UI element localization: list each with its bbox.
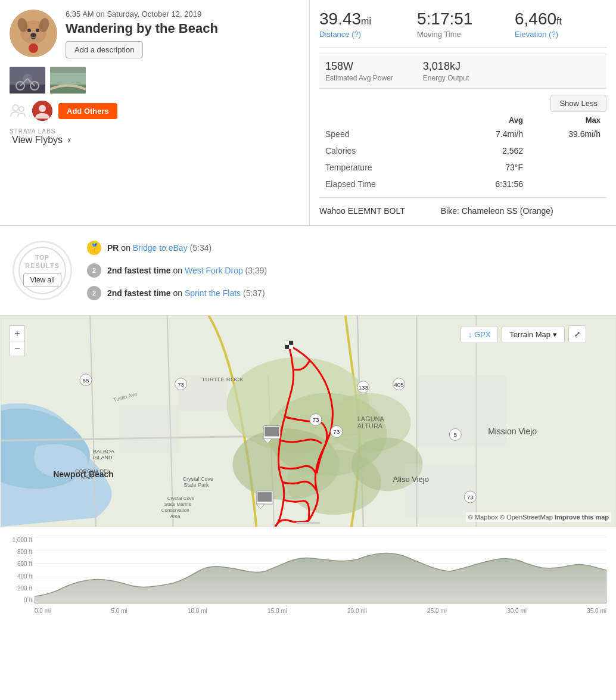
map-background: Newport Beach BALBOA ISLAND CORONA DEL M…: [0, 316, 616, 527]
segment-link-0[interactable]: Bridge to eBay: [133, 243, 188, 253]
strava-labs: STRAVA LABS View Flybys ›: [10, 128, 300, 145]
elevation-x-label: 35.0 mi: [587, 608, 606, 614]
stat-moving-time: 5:17:51 Moving Time: [411, 10, 509, 39]
photo-thumb-1[interactable]: [10, 67, 45, 94]
secondary-stats: 158W Estimated Avg Power 3,018kJ Energy …: [319, 54, 606, 89]
distance-label: Distance (?): [319, 30, 405, 39]
zoom-out-button[interactable]: −: [10, 341, 25, 356]
primary-stats: 39.43mi Distance (?) 5:17:51 Moving Time…: [319, 10, 606, 48]
medal-icon-0: 🥇: [87, 241, 101, 255]
svg-point-22: [39, 105, 46, 112]
map-zoom-controls[interactable]: + −: [10, 325, 25, 356]
elevation-section: 1,000 ft800 ft600 ft400 ft200 ft0 ft 0.0…: [0, 527, 616, 624]
top-results-section: TOP RESULTS View all 🥇 PR on Bridge to e…: [0, 226, 616, 316]
device-row: Wahoo ELEMNT BOLT Bike: Chameleon SS (Or…: [319, 197, 606, 216]
avg-header: Avg: [452, 116, 529, 125]
elevation-x-label: 20.0 mi: [347, 608, 367, 614]
map-resize-handle[interactable]: [296, 522, 320, 524]
elevation-y-axis: 1,000 ft800 ft600 ft400 ft200 ft0 ft: [10, 537, 35, 614]
result-time-2: (5:37): [243, 288, 265, 298]
svg-rect-18: [50, 73, 86, 85]
svg-text:73: 73: [312, 416, 319, 423]
terrain-map-button[interactable]: Terrain Map ▾: [502, 326, 565, 343]
activity-title: Wandering by the Beach: [66, 21, 300, 36]
svg-text:Aliso Viejo: Aliso Viejo: [393, 475, 429, 484]
add-description-button[interactable]: Add a description: [66, 41, 143, 58]
svg-text:Crystal Cove: Crystal Cove: [183, 476, 213, 482]
elevation-x-label: 15.0 mi: [267, 608, 287, 614]
photo-thumb-2[interactable]: [50, 67, 86, 94]
svg-rect-11: [10, 85, 45, 94]
user-avatar: [10, 10, 57, 57]
svg-text:ALTURA: ALTURA: [357, 422, 383, 430]
stats-row: Temperature 73°F: [319, 159, 606, 176]
show-less-button[interactable]: Show Less: [550, 95, 606, 112]
elevation-y-label: 400 ft: [10, 573, 32, 580]
elevation-x-label: 0.0 mi: [35, 608, 51, 614]
svg-text:LAGUNA: LAGUNA: [357, 415, 385, 422]
svg-text:5: 5: [454, 431, 458, 438]
svg-point-6: [36, 29, 39, 32]
map-attribution: © Mapbox © OpenStreetMap Improve this ma…: [466, 512, 611, 522]
max-header: Max: [529, 116, 606, 125]
stat-label: Temperature: [319, 159, 452, 176]
stat-power: 158W Estimated Avg Power: [319, 60, 399, 82]
stat-avg: 73°F: [452, 159, 529, 176]
segment-link-1[interactable]: West Fork Drop: [185, 266, 243, 275]
result-time-1: (3:39): [245, 266, 267, 275]
stat-elevation: 6,460ft Elevation (?): [509, 10, 606, 39]
device-name: Wahoo ELEMNT BOLT: [319, 205, 405, 216]
stat-label: Speed: [319, 126, 452, 142]
segment-link-2[interactable]: Sprint the Flats: [185, 288, 241, 298]
gpx-download-button[interactable]: ↓ GPX: [461, 326, 499, 343]
stat-avg: 2,562: [452, 142, 529, 159]
result-text-0: PR on Bridge to eBay (5:34): [107, 243, 211, 253]
svg-rect-42: [285, 341, 289, 345]
result-item: 2 2nd fastest time on Sprint the Flats (…: [87, 286, 606, 300]
bike-name: Bike: Chameleon SS (Orange): [441, 205, 553, 216]
stat-max: [529, 159, 606, 176]
stat-max: [529, 142, 606, 159]
svg-text:73: 73: [467, 494, 474, 500]
view-all-button[interactable]: View all: [23, 273, 61, 287]
energy-label: Energy Output: [423, 74, 469, 82]
elevation-area: [35, 537, 606, 603]
svg-text:133: 133: [358, 384, 368, 391]
energy-value: 3,018kJ: [423, 60, 469, 73]
svg-text:405: 405: [394, 381, 404, 388]
svg-text:MAR: MAR: [81, 474, 93, 480]
fullscreen-button[interactable]: ⤢: [568, 325, 586, 343]
power-label: Estimated Avg Power: [325, 74, 393, 82]
svg-rect-43: [289, 345, 293, 349]
activity-photos: [10, 67, 300, 94]
add-athlete-icon: [10, 102, 26, 119]
map-action-controls[interactable]: ↓ GPX Terrain Map ▾ ⤢: [461, 325, 586, 343]
svg-rect-48: [257, 492, 272, 502]
elevation-x-axis: 0.0 mi5.0 mi10.0 mi15.0 mi20.0 mi25.0 mi…: [35, 608, 606, 614]
medal-icon-1: 2: [87, 263, 101, 278]
stat-distance: 39.43mi Distance (?): [319, 10, 411, 39]
svg-rect-40: [405, 464, 477, 518]
result-time-0: (5:34): [190, 243, 212, 253]
svg-point-5: [27, 29, 31, 32]
zoom-in-button[interactable]: +: [10, 325, 25, 341]
elevation-value: 6,460: [515, 10, 556, 28]
svg-text:ISLAND: ISLAND: [93, 455, 113, 461]
svg-text:BALBOA: BALBOA: [93, 449, 114, 455]
elevation-y-label: 0 ft: [10, 597, 32, 603]
svg-text:TURTLE ROCK: TURTLE ROCK: [202, 376, 244, 382]
elevation-y-label: 600 ft: [10, 561, 32, 567]
svg-text:73: 73: [178, 381, 185, 388]
badge-line2: RESULTS: [25, 262, 60, 269]
svg-text:Area: Area: [170, 514, 181, 519]
medal-icon-2: 2: [87, 286, 101, 300]
improve-map-link[interactable]: Improve this map: [555, 514, 609, 521]
svg-rect-45: [265, 427, 279, 436]
add-others-button[interactable]: Add Others: [58, 103, 117, 119]
activity-date: 6:35 AM on Saturday, October 12, 2019: [66, 10, 300, 18]
view-flybys-link[interactable]: View Flybys ›: [10, 135, 300, 145]
stats-table: Speed 7.4mi/h 39.6mi/h Calories 2,562 Te…: [319, 126, 606, 192]
trophy-badge: TOP RESULTS View all: [10, 238, 75, 303]
stat-label: Calories: [319, 142, 452, 159]
moving-time-value: 5:17:51: [417, 10, 503, 29]
